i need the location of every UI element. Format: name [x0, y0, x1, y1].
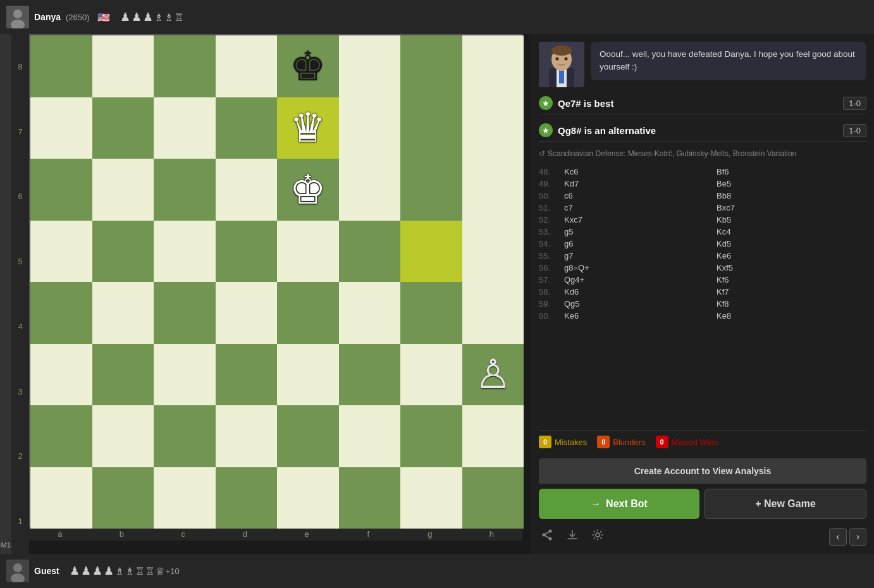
svg-point-9: [556, 58, 559, 61]
next-bot-button[interactable]: → Next Bot: [539, 489, 699, 519]
square-e4[interactable]: [277, 282, 339, 344]
square-a2[interactable]: [30, 405, 92, 467]
share-button[interactable]: [539, 527, 555, 546]
move-row: 60. Ke6 Ke8: [539, 310, 866, 322]
square-e1[interactable]: [277, 467, 339, 529]
square-e5[interactable]: [277, 221, 339, 283]
square-g6[interactable]: [400, 159, 462, 221]
square-f4[interactable]: [339, 282, 401, 344]
square-b4[interactable]: [92, 282, 154, 344]
chess-board: ♚ ♛: [29, 34, 522, 527]
nav-group: ‹ ›: [829, 528, 866, 546]
next-move-button[interactable]: ›: [849, 528, 866, 546]
analysis-button[interactable]: Create Account to View Analysis: [539, 458, 866, 484]
square-d4[interactable]: [216, 282, 278, 344]
square-f2[interactable]: [339, 405, 401, 467]
board-wrapper: ♚ ♛: [29, 34, 531, 554]
square-a7[interactable]: [30, 97, 92, 159]
missed-wins-label: Missed Wins: [672, 438, 718, 447]
square-a1[interactable]: [30, 467, 92, 529]
square-a4[interactable]: [30, 282, 92, 344]
square-f3[interactable]: [339, 344, 401, 406]
square-a3[interactable]: [30, 344, 92, 406]
square-b3[interactable]: [92, 344, 154, 406]
square-e3[interactable]: [277, 344, 339, 406]
square-c8[interactable]: [154, 35, 216, 97]
square-f6[interactable]: [339, 159, 401, 221]
square-g1[interactable]: [400, 467, 462, 529]
next-bot-label: Next Bot: [606, 498, 648, 510]
square-e2[interactable]: [277, 405, 339, 467]
prev-move-button[interactable]: ‹: [829, 528, 846, 546]
square-e6[interactable]: ♚: [277, 159, 339, 221]
square-g7[interactable]: [400, 97, 462, 159]
bottom-player-name: Guest: [34, 566, 59, 576]
score-bar: +M18: [0, 34, 11, 554]
square-h4[interactable]: [462, 282, 524, 344]
square-d6[interactable]: [216, 159, 278, 221]
top-player-bar: Danya (2650) 🇺🇸 ♟ ♟ ♟ ♗ ♗ ♖: [0, 0, 874, 34]
square-d5[interactable]: [216, 221, 278, 283]
bottom-captured-pieces: ♟ ♟ ♟ ♟ ♗ ♗ ♖ ♖ ♕ +10: [70, 564, 180, 578]
square-a5[interactable]: [30, 221, 92, 283]
board-area: +M18 8 7 6 5 4 3 2 1 ♚: [0, 34, 531, 554]
top-player-name: Danya: [34, 12, 61, 22]
settings-button[interactable]: [589, 527, 606, 546]
new-game-button[interactable]: + New Game: [705, 489, 866, 519]
mistakes-badge: 0: [539, 436, 551, 448]
white-pawn-h3: ♙: [475, 354, 511, 395]
square-g4[interactable]: [400, 282, 462, 344]
square-c7[interactable]: [154, 97, 216, 159]
square-b1[interactable]: [92, 467, 154, 529]
square-h6[interactable]: [462, 159, 524, 221]
square-e8[interactable]: ♚: [277, 35, 339, 97]
square-e7[interactable]: ♛: [277, 97, 339, 159]
square-c5[interactable]: [154, 221, 216, 283]
square-c6[interactable]: [154, 159, 216, 221]
square-h7[interactable]: [462, 97, 524, 159]
square-b8[interactable]: [92, 35, 154, 97]
square-d3[interactable]: [216, 344, 278, 406]
square-g5[interactable]: [400, 221, 462, 283]
move-row: 55. g7 Ke6: [539, 250, 866, 262]
square-d1[interactable]: [216, 467, 278, 529]
action-buttons: → Next Bot + New Game: [539, 489, 866, 519]
square-b2[interactable]: [92, 405, 154, 467]
square-d7[interactable]: [216, 97, 278, 159]
bot-avatar: [539, 42, 584, 87]
square-d2[interactable]: [216, 405, 278, 467]
square-g2[interactable]: [400, 405, 462, 467]
chat-bubble: Ooouf... well, you have defeated Danya. …: [591, 42, 866, 80]
moves-list[interactable]: 48. Kc6 Bf6 49. Kd7 Be5 50. c6 Bb8 51. c…: [539, 166, 866, 425]
square-c1[interactable]: [154, 467, 216, 529]
square-h2[interactable]: [462, 405, 524, 467]
missed-wins-badge: 0: [656, 436, 668, 448]
square-c2[interactable]: [154, 405, 216, 467]
square-c4[interactable]: [154, 282, 216, 344]
top-captured-pieces: ♟ ♟ ♟ ♗ ♗ ♖: [120, 10, 183, 24]
square-b6[interactable]: [92, 159, 154, 221]
square-g3[interactable]: [400, 344, 462, 406]
square-d8[interactable]: [216, 35, 278, 97]
svg-point-1: [13, 9, 22, 18]
star-icon-2: ★: [539, 123, 553, 137]
square-a8[interactable]: [30, 35, 92, 97]
square-a6[interactable]: [30, 159, 92, 221]
square-f7[interactable]: [339, 97, 401, 159]
square-b7[interactable]: [92, 97, 154, 159]
svg-point-8: [551, 46, 572, 56]
square-h3[interactable]: ♙: [462, 344, 524, 406]
stats-row: 0 Mistakes 0 Blunders 0 Missed Wins: [539, 430, 866, 453]
square-h5[interactable]: [462, 221, 524, 283]
black-king-e8: ♚: [290, 46, 326, 87]
main-layout: +M18 8 7 6 5 4 3 2 1 ♚: [0, 34, 874, 554]
square-f1[interactable]: [339, 467, 401, 529]
square-f8[interactable]: [339, 35, 401, 97]
download-button[interactable]: [564, 527, 581, 546]
square-c3[interactable]: [154, 344, 216, 406]
square-b5[interactable]: [92, 221, 154, 283]
square-h1[interactable]: [462, 467, 524, 529]
square-h8[interactable]: [462, 35, 524, 97]
square-f5[interactable]: [339, 221, 401, 283]
square-g8[interactable]: [400, 35, 462, 97]
